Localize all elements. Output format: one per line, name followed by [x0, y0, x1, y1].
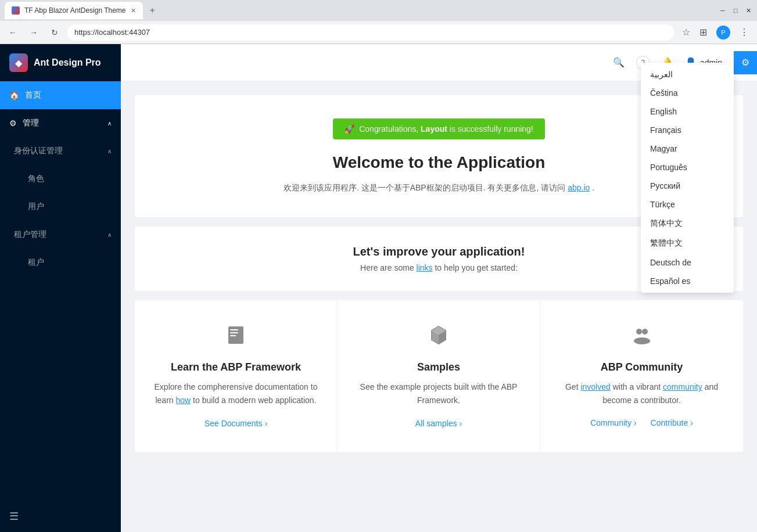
community-links: Community › Contribute ›	[559, 418, 724, 427]
svg-rect-2	[230, 332, 238, 333]
svg-rect-1	[230, 329, 238, 330]
sidebar-item-tenant-mgmt[interactable]: 租户管理 ∧	[0, 221, 121, 249]
community-desc-part2: with a vibrant	[613, 382, 661, 391]
see-documents-label: See Documents	[205, 419, 263, 428]
community-link[interactable]: Community ›	[590, 418, 636, 427]
samples-desc-text: See the example projects built with the …	[360, 382, 518, 404]
tab-title: TF Abp Blazor AntDesign Theme	[24, 6, 126, 15]
sidebar-item-label-tenant: 租户	[28, 257, 44, 268]
search-icon[interactable]: 🔍	[611, 55, 627, 70]
language-option[interactable]: Čeština	[641, 84, 734, 102]
sidebar-item-label-roles: 角色	[28, 174, 44, 184]
settings-button[interactable]: ⚙	[734, 51, 757, 74]
see-documents-arrow: ›	[264, 419, 267, 428]
community-card-desc: Get involved with a vibrant community an…	[559, 380, 724, 407]
close-button[interactable]: ✕	[744, 6, 752, 15]
language-option[interactable]: 繁體中文	[641, 233, 734, 253]
language-option[interactable]: Русский	[641, 177, 734, 195]
community-involved-link[interactable]: involved	[580, 382, 610, 391]
success-banner: 🚀 Congratulations, Layout is successfull…	[333, 118, 545, 139]
profile-avatar: P	[716, 26, 730, 39]
language-option[interactable]: العربية	[641, 65, 734, 84]
new-tab-button[interactable]: +	[145, 3, 160, 18]
svg-rect-3	[230, 335, 236, 336]
sidebar-item-roles[interactable]: 角色	[0, 165, 121, 193]
rocket-icon: 🚀	[345, 124, 354, 134]
logo-text: Ant Design Pro	[34, 57, 101, 68]
welcome-desc-text2: .	[592, 183, 594, 192]
svg-point-8	[636, 329, 642, 335]
sidebar-item-admin[interactable]: ⚙ 管理 ∧	[0, 109, 121, 137]
language-option[interactable]: Magyar	[641, 139, 734, 158]
home-icon: 🏠	[9, 91, 19, 100]
language-option[interactable]: Français	[641, 121, 734, 139]
identity-chevron: ∧	[107, 148, 112, 154]
all-samples-link[interactable]: All samples ›	[415, 419, 462, 428]
community-arrow: ›	[634, 418, 637, 427]
abp-link[interactable]: abp.io	[568, 183, 590, 192]
welcome-title: Welcome to the Application	[158, 153, 720, 172]
language-dropdown: العربيةČeštinaEnglishFrançaisMagyarPortu…	[641, 63, 734, 293]
welcome-desc-text1: 欢迎来到该应用程序. 这是一个基于ABP框架的启动项目. 有关更多信息, 请访问	[284, 183, 565, 192]
admin-chevron: ∧	[107, 120, 112, 127]
sidebar-item-home[interactable]: 🏠 首页	[0, 81, 121, 109]
language-option[interactable]: English	[641, 102, 734, 121]
sidebar-logo: Ant Design Pro	[0, 44, 121, 81]
bookmark-button[interactable]: ☆	[679, 24, 694, 40]
banner-text: Congratulations, Layout is successfully …	[359, 124, 533, 134]
sidebar-item-users[interactable]: 用户	[0, 193, 121, 221]
browser-actions: ☆ ⊞ P ⋮	[679, 23, 752, 42]
sidebar-collapse-button[interactable]: ☰	[0, 501, 121, 532]
sidebar: Ant Design Pro 🏠 首页 ⚙ 管理 ∧ 身份认证管理 ∧	[0, 44, 121, 532]
url-input[interactable]	[67, 24, 674, 41]
window-controls: ─ □ ✕	[719, 6, 752, 15]
learn-card-title: Learn the ABP Framework	[153, 361, 318, 373]
all-samples-arrow: ›	[459, 419, 462, 428]
minimize-button[interactable]: ─	[719, 6, 727, 15]
contribute-link[interactable]: Contribute ›	[651, 418, 693, 427]
welcome-desc: 欢迎来到该应用程序. 这是一个基于ABP框架的启动项目. 有关更多信息, 请访问…	[158, 181, 720, 194]
community-card: ABP Community Get involved with a vibran…	[540, 300, 743, 452]
sidebar-item-label-identity: 身份认证管理	[14, 146, 63, 156]
contribute-label: Contribute	[651, 418, 688, 427]
refresh-button[interactable]: ↻	[46, 24, 63, 41]
logo-icon	[9, 53, 28, 72]
forward-button[interactable]: →	[26, 24, 42, 41]
settings-gear-icon: ⚙	[741, 57, 749, 68]
learn-how-link[interactable]: how	[175, 396, 191, 405]
admin-icon: ⚙	[9, 118, 17, 128]
see-documents-link[interactable]: See Documents ›	[205, 419, 267, 428]
tab-favicon	[12, 6, 20, 15]
language-option[interactable]: Türkçe	[641, 195, 734, 214]
svg-point-10	[634, 337, 650, 344]
tab-close[interactable]: ✕	[131, 7, 136, 15]
community-community-link[interactable]: community	[663, 382, 702, 391]
language-option[interactable]: Português	[641, 158, 734, 177]
back-button[interactable]: ←	[5, 24, 21, 41]
learn-card: Learn the ABP Framework Explore the comp…	[135, 300, 338, 452]
feature-cards-grid: Learn the ABP Framework Explore the comp…	[135, 300, 743, 452]
menu-button[interactable]: ⋮	[736, 24, 752, 40]
improve-subtitle2: to help you get started:	[435, 263, 517, 272]
sidebar-item-label-home: 首页	[25, 90, 41, 100]
samples-card: Samples See the example projects built w…	[338, 300, 540, 452]
language-option[interactable]: Deutsch de	[641, 253, 734, 272]
language-option[interactable]: 简体中文	[641, 214, 734, 233]
sidebar-nav: 🏠 首页 ⚙ 管理 ∧ 身份认证管理 ∧ 角色 用户	[0, 81, 121, 501]
samples-card-desc: See the example projects built with the …	[356, 380, 521, 407]
book-icon	[153, 323, 318, 352]
sidebar-item-identity[interactable]: 身份认证管理 ∧	[0, 137, 121, 165]
community-label: Community	[590, 418, 632, 427]
extensions-button[interactable]: ⊞	[696, 24, 711, 40]
tenant-mgmt-chevron: ∧	[107, 232, 112, 238]
sidebar-item-label-users: 用户	[28, 202, 44, 212]
sidebar-item-label-admin: 管理	[23, 118, 39, 128]
links-link[interactable]: links	[417, 263, 433, 272]
all-samples-label: All samples	[415, 419, 457, 428]
learn-card-desc: Explore the compherensive documentation …	[153, 380, 318, 407]
profile-button[interactable]: P	[713, 23, 734, 42]
browser-tab[interactable]: TF Abp Blazor AntDesign Theme ✕	[5, 2, 143, 19]
sidebar-item-tenant[interactable]: 租户	[0, 249, 121, 276]
language-option[interactable]: Español es	[641, 272, 734, 290]
maximize-button[interactable]: □	[731, 6, 740, 15]
